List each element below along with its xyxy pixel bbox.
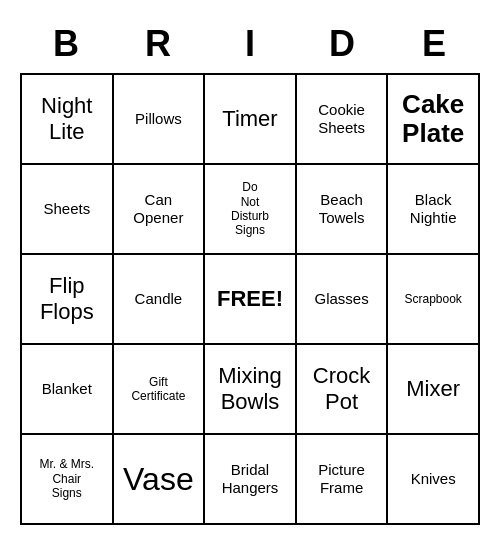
cell-21: Vase [114,435,206,525]
cell-4: CakePlate [388,75,480,165]
cell-0: NightLite [22,75,114,165]
cell-10: FlipFlops [22,255,114,345]
bingo-card: B R I D E NightLite Pillows Timer Cookie… [10,9,490,535]
bingo-header: B R I D E [20,19,480,69]
cell-8: BeachTowels [297,165,389,255]
header-b: B [20,19,112,69]
cell-7: DoNotDisturbSigns [205,165,297,255]
header-i: I [204,19,296,69]
cell-20: Mr. & Mrs.ChairSigns [22,435,114,525]
cell-12-free: FREE! [205,255,297,345]
header-e: E [388,19,480,69]
bingo-grid: NightLite Pillows Timer CookieSheets Cak… [20,73,480,525]
cell-19: Mixer [388,345,480,435]
header-r: R [112,19,204,69]
cell-9: BlackNightie [388,165,480,255]
cell-11: Candle [114,255,206,345]
cell-14: Scrapbook [388,255,480,345]
cell-22: BridalHangers [205,435,297,525]
cell-15: Blanket [22,345,114,435]
cell-13: Glasses [297,255,389,345]
cell-6: CanOpener [114,165,206,255]
cell-17: MixingBowls [205,345,297,435]
cell-24: Knives [388,435,480,525]
cell-18: CrockPot [297,345,389,435]
cell-5: Sheets [22,165,114,255]
cell-3: CookieSheets [297,75,389,165]
cell-23: PictureFrame [297,435,389,525]
header-d: D [296,19,388,69]
cell-1: Pillows [114,75,206,165]
cell-2: Timer [205,75,297,165]
cell-16: GiftCertificate [114,345,206,435]
